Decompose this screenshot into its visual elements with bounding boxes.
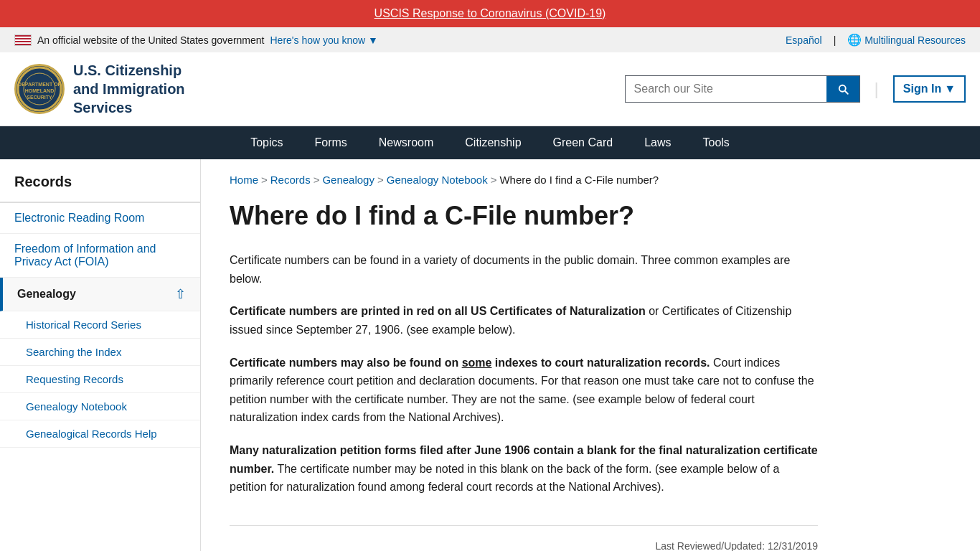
site-title: U.S. Citizenship and Immigration Service… — [73, 61, 185, 117]
divider: | — [834, 34, 837, 46]
nav-item-tools[interactable]: Tools — [687, 126, 745, 159]
breadcrumb-genealogy[interactable]: Genealogy — [322, 174, 374, 186]
nav-item-forms[interactable]: Forms — [298, 126, 362, 159]
chevron-up-icon: ⇧ — [175, 286, 186, 302]
heres-how-link[interactable]: Here's how you know ▼ — [270, 34, 377, 46]
svg-text:DEPARTMENT OF: DEPARTMENT OF — [18, 82, 61, 87]
intro-text: Certificate numbers can be found in a va… — [230, 254, 790, 285]
site-header: DEPARTMENT OF HOMELAND SECURITY U.S. Cit… — [0, 52, 980, 126]
covid-link[interactable]: USCIS Response to Coronavirus (COVID-19) — [374, 7, 606, 19]
sidebar-section-genealogy[interactable]: Genealogy ⇧ — [0, 278, 200, 311]
chevron-down-icon: ▼ — [368, 34, 378, 46]
espanol-link[interactable]: Español — [786, 34, 822, 46]
sidebar-section-title: Genealogy — [17, 288, 76, 301]
breadcrumb-records[interactable]: Records — [270, 174, 311, 186]
nav-item-green-card[interactable]: Green Card — [537, 126, 629, 159]
sign-in-button[interactable]: Sign In ▼ — [893, 75, 966, 103]
breadcrumb-current: Where do I find a C-File number? — [499, 174, 659, 186]
paragraph-2-start-bold: Certificate numbers may also be found on… — [230, 357, 710, 369]
seal-svg: DEPARTMENT OF HOMELAND SECURITY — [17, 66, 62, 112]
last-reviewed: Last Reviewed/Updated: 12/31/2019 — [230, 525, 818, 551]
official-banner: An official website of the United States… — [0, 27, 980, 52]
nav-item-newsroom[interactable]: Newsroom — [363, 126, 449, 159]
flag-icon — [14, 34, 32, 46]
official-banner-left: An official website of the United States… — [14, 34, 378, 46]
divider-vertical: | — [875, 79, 879, 99]
multilingual-text: Multilingual Resources — [864, 34, 966, 46]
main-nav: Topics Forms Newsroom Citizenship Green … — [0, 126, 980, 159]
main-content: Home > Records > Genealogy > Genealogy N… — [201, 159, 847, 551]
sidebar-sub-link-requesting[interactable]: Requesting Records — [0, 366, 200, 393]
paragraph-1: Certificate numbers are printed in red o… — [230, 302, 818, 339]
breadcrumb-notebook[interactable]: Genealogy Notebook — [387, 174, 488, 186]
breadcrumb-home[interactable]: Home — [230, 174, 258, 186]
p2-start: Certificate numbers may also be found on — [230, 357, 462, 369]
chevron-down-icon: ▼ — [944, 83, 956, 95]
sidebar-sub-link-notebook[interactable]: Genealogy Notebook — [0, 393, 200, 420]
search-input[interactable] — [626, 77, 826, 101]
paragraph-2: Certificate numbers may also be found on… — [230, 354, 818, 427]
breadcrumb-sep-1: > — [261, 174, 268, 186]
nav-item-laws[interactable]: Laws — [628, 126, 687, 159]
search-icon — [837, 83, 849, 95]
page-container: Records Electronic Reading Room Freedom … — [0, 159, 980, 551]
heres-how-text: Here's how you know — [270, 34, 365, 46]
svg-text:HOMELAND: HOMELAND — [25, 88, 54, 93]
p2-mid: indexes to court naturalization records. — [491, 357, 710, 369]
uscis-seal: DEPARTMENT OF HOMELAND SECURITY — [14, 64, 65, 114]
breadcrumb-sep-2: > — [314, 174, 320, 186]
sidebar: Records Electronic Reading Room Freedom … — [0, 159, 201, 551]
globe-icon: 🌐 — [847, 34, 862, 46]
logo-area: DEPARTMENT OF HOMELAND SECURITY U.S. Cit… — [14, 61, 185, 117]
sidebar-link-foia[interactable]: Freedom of Information and Privacy Act (… — [0, 234, 200, 278]
official-banner-right: Español | 🌐 Multilingual Resources — [786, 33, 966, 47]
header-right: | Sign In ▼ — [625, 75, 966, 103]
covid-banner: USCIS Response to Coronavirus (COVID-19) — [0, 0, 980, 27]
breadcrumb: Home > Records > Genealogy > Genealogy N… — [230, 174, 818, 186]
paragraph-3-rest: The certificate number may be noted in t… — [230, 463, 779, 494]
sign-in-label: Sign In — [903, 83, 941, 95]
sidebar-sub-link-genealogical-help[interactable]: Genealogical Records Help — [0, 420, 200, 448]
breadcrumb-sep-4: > — [491, 174, 497, 186]
search-button[interactable] — [826, 76, 859, 102]
sidebar-link-reading-room[interactable]: Electronic Reading Room — [0, 203, 200, 234]
official-text: An official website of the United States… — [37, 34, 264, 46]
intro-paragraph: Certificate numbers can be found in a va… — [230, 251, 818, 288]
content-body: Certificate numbers can be found in a va… — [230, 251, 818, 496]
sidebar-title: Records — [0, 174, 200, 203]
sidebar-sub-link-searching[interactable]: Searching the Index — [0, 339, 200, 366]
breadcrumb-sep-3: > — [377, 174, 384, 186]
multilingual-link[interactable]: 🌐 Multilingual Resources — [847, 33, 966, 47]
paragraph-1-bold: Certificate numbers are printed in red o… — [230, 305, 646, 317]
paragraph-2-underline: some — [462, 357, 492, 369]
page-title: Where do I find a C-File number? — [230, 200, 818, 231]
search-container — [625, 75, 860, 103]
nav-item-citizenship[interactable]: Citizenship — [449, 126, 537, 159]
svg-text:SECURITY: SECURITY — [27, 95, 52, 100]
sidebar-sub-link-historical[interactable]: Historical Record Series — [0, 311, 200, 339]
nav-item-topics[interactable]: Topics — [235, 126, 298, 159]
paragraph-3: Many naturalization petition forms filed… — [230, 441, 818, 496]
